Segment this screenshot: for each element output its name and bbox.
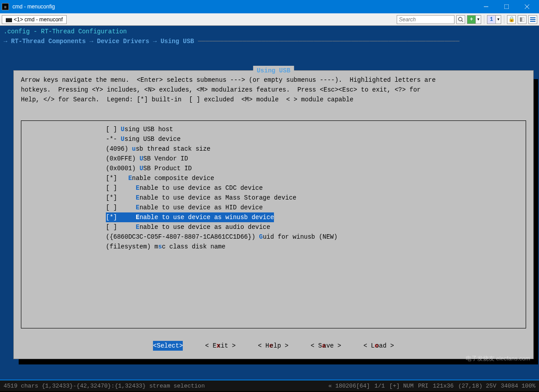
status-bar: 4519 chars {1,32433}-{42,32470}:{1,32433… [0, 380, 539, 391]
menu-item-7[interactable]: [*] Enable to use device as Mass Storage… [21, 193, 526, 203]
new-tab-dropdown[interactable]: ▾ [476, 15, 481, 24]
menu-item-4[interactable]: (0x0001) USB Product ID [21, 164, 526, 173]
new-tab-button[interactable]: + [467, 15, 476, 24]
help-text: Arrow keys navigate the menu. <Enter> se… [14, 71, 533, 109]
search-button[interactable] [456, 15, 465, 24]
menu-item-2[interactable]: (4096) usb thread stack size [21, 144, 526, 154]
select-button[interactable]: <Select> [153, 341, 183, 351]
menu-item-11[interactable]: ({6860DC3C-C05F-4807-8807-1CA861CC1D66})… [21, 232, 526, 242]
toolbar: <1> cmd - menuconf +▾ 1▾ 🔒 [0, 13, 539, 26]
dialog-box: Using USB Arrow keys navigate the menu. … [13, 70, 534, 359]
status-right: « 180206[64] 1/1 [+] NUM PRI 121x36 (27,… [328, 383, 535, 389]
minimize-button[interactable] [476, 0, 496, 13]
search-input[interactable] [397, 15, 455, 24]
menu-item-5[interactable]: [*] Enable composite device [21, 173, 526, 183]
window-list-dropdown[interactable]: ▾ [496, 15, 501, 24]
close-button[interactable] [517, 0, 537, 13]
dialog-title: Using USB [253, 66, 294, 76]
tab-label: <1> cmd - menuconf [14, 16, 63, 23]
save-button[interactable]: < Saave > [311, 341, 342, 351]
window-list-button[interactable]: 1 [487, 15, 496, 24]
panel-button[interactable] [518, 15, 527, 24]
status-left: 4519 chars {1,32433}-{42,32470}:{1,32433… [4, 383, 328, 389]
menu-item-9[interactable]: [*] Enable to use device as winusb devic… [21, 212, 526, 222]
menu-button[interactable] [528, 15, 537, 24]
menu-list: [ ] Using USB host-*- Using USB device(4… [21, 120, 526, 328]
tab-cmd[interactable]: <1> cmd - menuconf [2, 15, 67, 24]
menu-item-1[interactable]: -*- Using USB device [21, 134, 526, 144]
svg-point-4 [459, 17, 462, 21]
maximize-button[interactable] [496, 0, 517, 13]
menu-item-10[interactable]: [ ] Enable to use device as audio device [21, 222, 526, 232]
terminal-icon [6, 17, 12, 22]
help-button[interactable]: < Heelp > [258, 341, 289, 351]
lock-button[interactable]: 🔒 [507, 15, 516, 24]
load-button[interactable]: < Looad > [363, 341, 394, 351]
config-title: .config - RT-Thread Configuration [0, 27, 539, 36]
svg-rect-7 [522, 17, 524, 22]
app-icon: ▣ [2, 3, 9, 10]
terminal-area: .config - RT-Thread Configuration → RT-T… [0, 26, 539, 380]
svg-rect-6 [520, 17, 522, 22]
window-titlebar: ▣ cmd - menuconfig [0, 0, 539, 13]
menu-item-6[interactable]: [ ] Enable to use device as CDC device [21, 183, 526, 193]
menu-item-3[interactable]: (0x0FFE) USB Vendor ID [21, 154, 526, 164]
svg-line-5 [462, 20, 463, 22]
window-title: cmd - menuconfig [12, 4, 476, 10]
menu-item-12[interactable]: (filesystem) msc class disk name [21, 242, 526, 252]
breadcrumb: → RT-Thread Components → Device Drivers … [0, 36, 539, 46]
button-row: <Select> < Exxit > < Heelp > < Saave > <… [14, 341, 533, 351]
exit-button[interactable]: < Exxit > [205, 341, 236, 351]
menu-item-8[interactable]: [ ] Enable to use device as HID device [21, 203, 526, 212]
svg-rect-1 [504, 4, 509, 9]
menu-item-0[interactable]: [ ] Using USB host [21, 124, 526, 134]
